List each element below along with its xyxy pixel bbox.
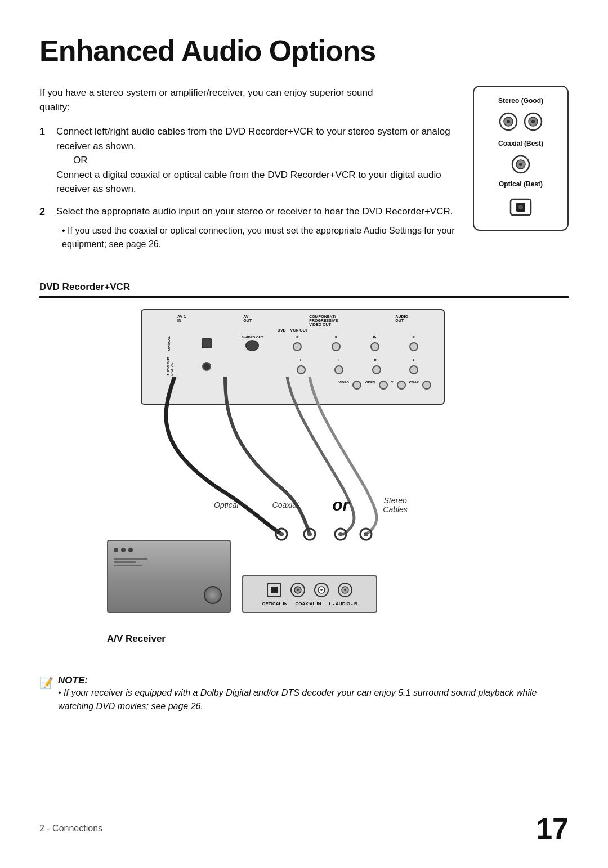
optical-cable-label: Optical — [214, 500, 239, 509]
video-label-2: VIDEO — [365, 381, 375, 390]
step-1-subtext: Connect a digital coaxial or optical cab… — [56, 169, 441, 195]
l-audio-input-connector — [314, 582, 329, 598]
r-audio-input-connector — [337, 582, 353, 598]
digital-audio-out-label: DIGITALAUDIO OUT — [167, 357, 173, 376]
svg-point-19 — [364, 532, 368, 536]
page-number: 17 — [536, 812, 569, 845]
av-line-2 — [114, 561, 136, 563]
svg-point-11 — [518, 205, 523, 209]
optical-port — [202, 338, 212, 348]
connection-quality-box: Stereo (Good) Coaxial (Best) Optical (Be… — [473, 86, 569, 231]
svg-point-2 — [507, 120, 510, 123]
av-knob — [204, 586, 222, 604]
svg-rect-21 — [271, 587, 278, 593]
pr-connector — [370, 342, 379, 351]
optical-icon — [508, 195, 533, 220]
step-1: 1 Connect left/right audio cables from t… — [39, 124, 456, 196]
or-text: or — [332, 495, 349, 514]
diagram-area: AV 1IN AVOUT COMPONENT/PROGRESSIVEVIDEO … — [107, 309, 501, 624]
svg-point-30 — [344, 589, 346, 591]
note-body: • If your receiver is equipped with a Do… — [58, 686, 569, 713]
dvd-recorder-label: DVD Recorder+VCR — [39, 281, 569, 293]
step-1-text: Connect left/right audio cables from the… — [56, 126, 450, 151]
svg-point-13 — [279, 532, 284, 536]
l-audio-in-icon — [314, 582, 329, 598]
page-footer: 2 - Connections 17 — [39, 812, 569, 845]
av-input-labels: OPTICAL IN COAXIAL IN L - AUDIO - R — [251, 601, 368, 606]
video-connector-1 — [352, 381, 361, 390]
pr-label: Pr — [373, 335, 377, 339]
l-connector-2 — [334, 365, 343, 374]
l-label-1: L — [300, 359, 302, 362]
optical-in-label: OPTICAL IN — [262, 601, 287, 606]
l-connector-3 — [409, 365, 418, 374]
coax-label-panel: COAX — [409, 381, 419, 390]
svideo-port — [245, 340, 259, 351]
l-connector-1 — [297, 365, 306, 374]
r-connector-3 — [409, 342, 418, 351]
dvd-vcr-out-label: DVD + VCR OUT — [149, 328, 437, 332]
step-1-or: OR — [73, 153, 456, 168]
pb-label: Pb — [374, 359, 379, 362]
page-title: Enhanced Audio Options — [39, 34, 569, 68]
note-icon: 📝 — [39, 676, 53, 690]
step-2-bullet: If you used the coaxial or optical conne… — [62, 224, 456, 251]
video-label-1: VIDEO — [338, 381, 349, 390]
svg-point-16 — [335, 529, 346, 540]
intro-paragraph: If you have a stereo system or amplifier… — [39, 86, 388, 114]
av-receiver-device — [107, 540, 231, 613]
coaxial-input-connector — [290, 582, 306, 598]
step-2: 2 Select the appropriate audio input on … — [39, 204, 456, 252]
svg-point-15 — [307, 532, 312, 536]
svideo-label: S-VIDEO OUT — [242, 335, 263, 339]
optical-input-connector — [266, 582, 282, 598]
l-label-3: L — [413, 359, 415, 362]
note-section: 📝 NOTE: • If your receiver is equipped w… — [39, 675, 569, 713]
optical-in-icon — [266, 582, 282, 598]
coaxial-label: Coaxial (Best) — [498, 140, 543, 147]
rca-left-icon — [498, 111, 518, 132]
coax-connector — [422, 381, 431, 390]
stereo-label: Stereo (Good) — [498, 97, 543, 105]
diagram-section: DVD Recorder+VCR AV 1IN AVOUT COMPONENT/… — [39, 281, 569, 624]
step-1-number: 1 — [39, 124, 51, 196]
svg-point-8 — [519, 163, 522, 166]
coaxial-icon — [511, 154, 531, 175]
svg-point-24 — [297, 589, 299, 591]
av-receiver-label: A/V Receiver — [107, 633, 166, 645]
cable-labels: Optical Coaxial or StereoCables — [214, 495, 408, 514]
r-audio-in-icon — [337, 582, 353, 598]
stereo-icons — [498, 111, 543, 132]
note-title: NOTE: — [58, 675, 569, 686]
dvd-divider — [39, 296, 569, 298]
av-line-3 — [114, 565, 142, 566]
av-receiver-area: OPTICAL IN COAXIAL IN L - AUDIO - R — [107, 540, 501, 613]
svg-point-27 — [320, 589, 323, 591]
video-connector-2 — [379, 381, 388, 390]
y-connector — [397, 381, 406, 390]
svg-point-18 — [360, 529, 372, 540]
panel-label-audio-out: AUDIOOUT — [395, 315, 408, 326]
r-label-1: R — [296, 335, 298, 339]
footer-section: 2 - Connections — [39, 824, 102, 834]
audio-lr-label: L - AUDIO - R — [329, 601, 357, 606]
av-line-1 — [114, 558, 147, 560]
r-connector-1 — [293, 342, 302, 351]
panel-label-av-out: AVOUT — [243, 315, 252, 326]
optical-side-label: OPTICAL — [167, 336, 171, 351]
svg-point-5 — [531, 120, 535, 123]
digital-audio-connector — [202, 362, 211, 371]
panel-label-av1: AV 1IN — [177, 315, 186, 326]
y-label: Y — [391, 381, 394, 390]
l-label-2: L — [338, 359, 340, 362]
panel-label-component: COMPONENT/PROGRESSIVEVIDEO OUT — [309, 315, 338, 326]
coaxial-in-label: COAXIAL IN — [295, 601, 321, 606]
step-2-text: Select the appropriate audio input on yo… — [56, 206, 453, 217]
svg-point-12 — [276, 529, 287, 540]
svg-point-14 — [304, 529, 315, 540]
note-text-block: NOTE: • If your receiver is equipped wit… — [58, 675, 569, 713]
av-input-panel: OPTICAL IN COAXIAL IN L - AUDIO - R — [242, 575, 377, 613]
av-dots — [114, 548, 224, 552]
av-dot-3 — [128, 548, 133, 552]
rca-right-icon — [523, 111, 543, 132]
